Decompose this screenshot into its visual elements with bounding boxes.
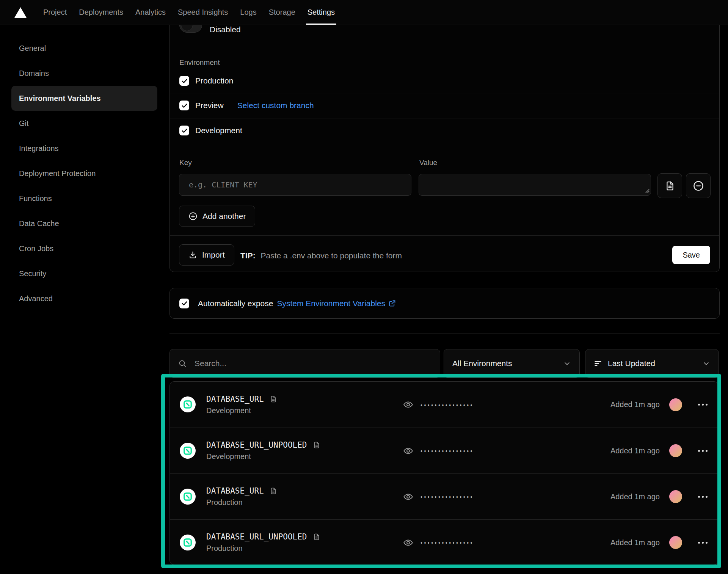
minus-circle-icon	[693, 180, 704, 192]
row-menu-button[interactable]	[697, 401, 708, 408]
preview-checkbox[interactable]	[179, 101, 189, 110]
eye-icon[interactable]	[403, 399, 413, 410]
chevron-down-icon	[563, 360, 571, 368]
select-custom-branch-link[interactable]: Select custom branch	[237, 101, 314, 110]
var-name: DATABASE_URL_UNPOOLED	[206, 532, 307, 541]
secret-value: •••••••••••••••	[403, 428, 474, 473]
environment-section-label: Environment	[179, 58, 220, 67]
row-meta: Added 1m ago	[610, 520, 708, 565]
row-menu-button[interactable]	[697, 494, 708, 500]
eye-icon[interactable]	[403, 492, 413, 502]
remove-row-button[interactable]	[686, 173, 711, 198]
secret-value: •••••••••••••••	[403, 520, 474, 565]
tab-analytics[interactable]: Analytics	[129, 0, 172, 25]
sidebar-item-integrations[interactable]: Integrations	[11, 136, 157, 161]
var-name: DATABASE_URL	[206, 395, 264, 404]
row-meta: Added 1m ago	[610, 474, 708, 519]
expose-checkbox[interactable]	[179, 299, 189, 308]
import-label: Import	[202, 250, 225, 259]
sidebar-item-deployment-protection[interactable]: Deployment Protection	[11, 161, 157, 186]
secret-value: •••••••••••••••	[403, 474, 474, 519]
check-icon	[181, 102, 188, 109]
environments-filter-dropdown[interactable]: All Environments	[444, 349, 580, 378]
var-name: DATABASE_URL	[206, 486, 264, 495]
import-tip: TIP: Paste a .env above to populate the …	[240, 251, 402, 260]
production-checkbox[interactable]	[179, 76, 189, 86]
added-timestamp: Added 1m ago	[610, 492, 660, 501]
tab-deployments[interactable]: Deployments	[73, 0, 129, 25]
expose-system-env-card: Automatically expose System Environment …	[169, 288, 720, 319]
var-info: DATABASE_URL_UNPOOLED Development	[206, 440, 320, 461]
development-label: Development	[195, 126, 242, 135]
toggle-label: Disabled	[210, 25, 241, 34]
neon-logo-icon	[183, 538, 193, 547]
external-link-icon	[388, 299, 396, 307]
env-var-row[interactable]: DATABASE_URL Production ••••••••••••••• …	[170, 473, 718, 519]
note-icon[interactable]	[313, 533, 320, 541]
sidebar-item-cron-jobs[interactable]: Cron Jobs	[11, 236, 157, 261]
divider	[170, 45, 719, 45]
tab-project[interactable]: Project	[37, 0, 73, 25]
var-environment: Development	[206, 452, 320, 461]
masked-value: •••••••••••••••	[420, 493, 474, 500]
divider	[170, 235, 719, 236]
added-timestamp: Added 1m ago	[610, 400, 660, 409]
filter-row: All Environments Last Updated	[169, 349, 719, 378]
preview-label: Preview	[195, 101, 224, 110]
key-input[interactable]	[179, 174, 411, 196]
eye-icon[interactable]	[403, 538, 413, 548]
env-row-development: Development	[179, 126, 242, 135]
value-label: Value	[419, 159, 437, 167]
paste-env-button[interactable]	[657, 173, 682, 198]
user-avatar	[669, 536, 682, 549]
env-var-row[interactable]: DATABASE_URL Development •••••••••••••••…	[170, 382, 718, 428]
eye-icon[interactable]	[403, 446, 413, 456]
sidebar-item-domains[interactable]: Domains	[11, 61, 157, 86]
user-avatar	[669, 490, 682, 503]
row-meta: Added 1m ago	[610, 382, 708, 428]
sidebar-item-environment-variables[interactable]: Environment Variables	[11, 86, 157, 111]
chevron-down-icon	[702, 360, 710, 368]
row-menu-button[interactable]	[697, 539, 708, 546]
note-icon[interactable]	[313, 441, 320, 449]
value-textarea[interactable]	[419, 174, 651, 196]
sidebar-item-git[interactable]: Git	[11, 111, 157, 136]
sidebar-item-data-cache[interactable]: Data Cache	[11, 211, 157, 236]
var-environment: Development	[206, 406, 277, 415]
tab-speed-insights[interactable]: Speed Insights	[172, 0, 234, 25]
sidebar-item-functions[interactable]: Functions	[11, 186, 157, 211]
search-input[interactable]	[195, 359, 407, 368]
tab-settings[interactable]: Settings	[301, 0, 341, 25]
system-env-vars-link[interactable]: System Environment Variables	[277, 299, 396, 308]
env-variables-list: DATABASE_URL Development •••••••••••••••…	[169, 381, 719, 565]
divider	[170, 118, 719, 118]
added-timestamp: Added 1m ago	[610, 538, 660, 547]
var-environment: Production	[206, 498, 277, 507]
plus-circle-icon	[188, 212, 198, 221]
add-another-button[interactable]: Add another	[179, 206, 255, 227]
sidebar-item-security[interactable]: Security	[11, 261, 157, 286]
production-label: Production	[195, 76, 233, 85]
check-icon	[181, 300, 188, 307]
tip-label: TIP:	[240, 251, 256, 260]
tab-storage[interactable]: Storage	[263, 0, 301, 25]
note-icon[interactable]	[270, 487, 277, 495]
note-icon[interactable]	[270, 395, 277, 403]
sidebar-item-advanced[interactable]: Advanced	[11, 286, 157, 311]
user-avatar	[669, 398, 682, 411]
development-checkbox[interactable]	[179, 126, 189, 135]
env-var-row[interactable]: DATABASE_URL_UNPOOLED Development ••••••…	[170, 428, 718, 473]
save-button[interactable]: Save	[672, 246, 710, 264]
env-var-row[interactable]: DATABASE_URL_UNPOOLED Production •••••••…	[170, 519, 718, 565]
search-icon	[178, 359, 187, 368]
vercel-logo-icon[interactable]	[14, 7, 27, 18]
env-row-production: Production	[179, 76, 233, 86]
sort-dropdown[interactable]: Last Updated	[585, 349, 719, 378]
import-button[interactable]: Import	[179, 244, 234, 266]
sort-icon	[594, 359, 602, 368]
sidebar-item-general[interactable]: General	[11, 36, 157, 61]
row-menu-button[interactable]	[697, 448, 708, 454]
var-info: DATABASE_URL Development	[206, 395, 277, 415]
system-env-vars-link-label: System Environment Variables	[277, 299, 385, 308]
tab-logs[interactable]: Logs	[234, 0, 262, 25]
